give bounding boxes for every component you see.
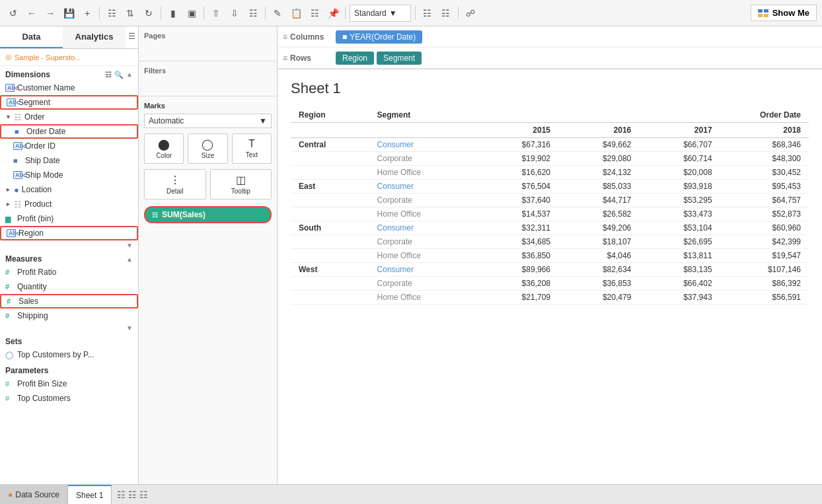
device-button[interactable]: ☷	[438, 5, 454, 21]
region-cell	[291, 166, 369, 180]
bar-chart-button[interactable]: ▮	[165, 5, 181, 21]
detail-icon: ⋮	[170, 174, 180, 186]
dimensions-search-icon[interactable]: 🔍	[114, 71, 124, 79]
pin-button[interactable]: 📌	[325, 5, 341, 21]
value-cell: $66,707	[639, 138, 720, 152]
sort-asc-button[interactable]: ⇧	[208, 5, 224, 21]
tooltip-mark-button[interactable]: ◫ Tooltip	[210, 169, 272, 199]
value-cell: $34,685	[478, 235, 558, 249]
sort-desc-button[interactable]: ⇩	[227, 5, 243, 21]
group-arrow-product: ►	[5, 201, 11, 207]
measure-icon-profitbin: ▆	[5, 215, 15, 223]
value-cell: $36,853	[558, 277, 639, 291]
col-segment: Segment	[369, 108, 478, 123]
show-me-button[interactable]: Show Me	[751, 5, 817, 21]
region-cell: West	[291, 263, 369, 277]
sum-sales-pill[interactable]: ☷ SUM(Sales)	[144, 206, 272, 223]
color-mark-button[interactable]: ⬤ Color	[144, 133, 184, 164]
table-row: Home Office$16,620$24,132$20,008$30,452	[291, 166, 809, 180]
refresh-button[interactable]: ↻	[141, 5, 157, 21]
chart-type-button[interactable]: ☷	[420, 5, 435, 21]
table-row: Home Office$14,537$26,582$33,473$52,873	[291, 207, 809, 221]
text-mark-button[interactable]: T Text	[232, 133, 272, 164]
new-worksheet-icon[interactable]: ☷	[117, 489, 126, 500]
field-order-id[interactable]: Abc Order ID	[0, 139, 138, 153]
table-row: Corporate$37,640$44,717$53,295$64,757	[291, 194, 809, 207]
forward-button[interactable]: →	[42, 5, 58, 21]
format-button[interactable]: ☷	[307, 5, 322, 21]
value-cell: $29,080	[558, 152, 639, 166]
field-segment[interactable]: Abc Segment	[0, 95, 138, 110]
table-row: WestConsumer$89,966$82,634$83,135$107,14…	[291, 263, 809, 277]
value-cell: $18,107	[558, 235, 639, 249]
add-button[interactable]: +	[79, 5, 95, 21]
sum-sales-label: SUM(Sales)	[162, 210, 205, 219]
field-ship-date[interactable]: ■ Ship Date	[0, 153, 138, 168]
value-cell: $30,452	[720, 166, 809, 180]
marks-type-dropdown[interactable]: Automatic ▼	[144, 114, 272, 128]
swap-button[interactable]: ⇅	[122, 5, 138, 21]
standard-dropdown[interactable]: Standard ▼	[350, 5, 411, 22]
new-story-icon[interactable]: ☷	[139, 489, 148, 500]
detail-mark-button[interactable]: ⋮ Detail	[144, 169, 206, 199]
panel-settings-icon[interactable]: ☰	[126, 26, 138, 48]
data-source-tab[interactable]: ● Data Source	[0, 485, 68, 504]
measures-scroll-up[interactable]: ▲	[126, 256, 133, 263]
field-group-location[interactable]: ► ● Location	[0, 182, 138, 197]
share-button[interactable]: ☍	[463, 5, 478, 21]
field-profit-bin-size[interactable]: # Profit Bin Size	[0, 377, 138, 391]
marks-dropdown-arrow: ▼	[259, 116, 267, 126]
dimensions-grid-icon[interactable]: ☷	[105, 71, 112, 79]
field-profit-ratio[interactable]: # Profit Ratio	[0, 265, 138, 279]
fit-button[interactable]: ▣	[184, 5, 200, 21]
data-tab[interactable]: Data	[0, 26, 63, 48]
filters-shelf: Filters	[139, 61, 277, 96]
group-arrow-location: ►	[5, 186, 11, 193]
field-customer-name[interactable]: Abc Customer Name	[0, 81, 138, 95]
worksheet-button[interactable]: ☷	[104, 5, 120, 21]
field-profit-bin[interactable]: ▆ Profit (bin)	[0, 211, 138, 226]
value-cell: $64,757	[720, 194, 809, 207]
annotation-button[interactable]: 📋	[288, 5, 304, 21]
field-ship-mode[interactable]: Abc Ship Mode	[0, 168, 138, 182]
field-order-date[interactable]: ■ Order Date	[0, 124, 138, 139]
undo-button[interactable]: ↺	[5, 5, 21, 21]
pages-label: Pages	[144, 32, 272, 40]
standard-label: Standard	[354, 9, 387, 18]
field-shipping[interactable]: # Shipping	[0, 308, 138, 323]
table-row: CentralConsumer$67,316$49,662$66,707$68,…	[291, 138, 809, 152]
parameters-header: Parameters	[0, 362, 138, 377]
segment-pill[interactable]: Segment	[377, 52, 422, 65]
analytics-tab[interactable]: Analytics	[63, 26, 126, 48]
field-top-customers-set[interactable]: ◯ Top Customers by P...	[0, 347, 138, 362]
save-button[interactable]: 💾	[61, 5, 77, 21]
data-source-row[interactable]: ◎ Sample - Supersto...	[0, 49, 138, 66]
separator-5	[345, 7, 346, 20]
field-region[interactable]: Abc Region	[0, 226, 138, 240]
measures-scroll-down[interactable]: ▼	[126, 324, 133, 332]
back-button[interactable]: ←	[24, 5, 40, 21]
field-quantity[interactable]: # Quantity	[0, 279, 138, 294]
pages-content[interactable]	[144, 42, 272, 55]
region-pill[interactable]: Region	[336, 52, 374, 65]
dimensions-scroll-up[interactable]: ▲	[126, 71, 133, 79]
group-button[interactable]: ☷	[245, 5, 261, 21]
scroll-down-arrow[interactable]: ▼	[126, 242, 133, 249]
abc-icon-orderid: Abc	[13, 142, 22, 150]
field-group-product[interactable]: ► ☷ Product	[0, 197, 138, 211]
value-cell: $56,591	[720, 291, 809, 305]
value-cell: $42,399	[720, 235, 809, 249]
new-dashboard-icon[interactable]: ☷	[128, 489, 137, 500]
year-order-date-pill[interactable]: ■ YEAR(Order Date)	[336, 30, 422, 44]
sheet1-tab[interactable]: Sheet 1	[68, 485, 112, 504]
label-button[interactable]: ✎	[270, 5, 285, 21]
field-group-order[interactable]: ▼ ☷ Order	[0, 110, 138, 124]
group-icon-order: ☷	[14, 112, 22, 122]
field-sales[interactable]: # Sales	[0, 294, 138, 308]
field-top-customers-param[interactable]: # Top Customers	[0, 391, 138, 406]
segment-cell: Consumer	[369, 221, 478, 235]
filters-content[interactable]	[144, 77, 272, 90]
show-me-icon	[758, 9, 768, 17]
text-icon: T	[248, 138, 255, 150]
size-mark-button[interactable]: ◯ Size	[188, 133, 227, 164]
